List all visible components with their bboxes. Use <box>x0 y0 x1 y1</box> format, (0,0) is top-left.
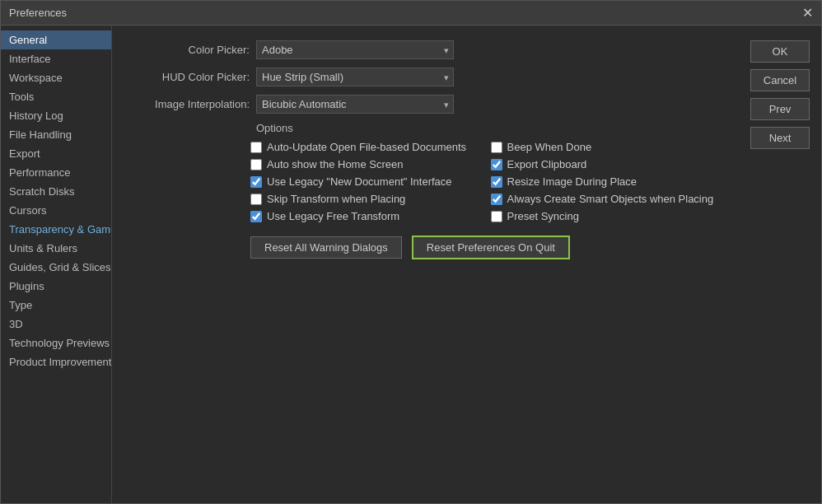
close-button[interactable]: ✕ <box>802 7 813 20</box>
image-interpolation-label: Image Interpolation: <box>128 98 256 110</box>
sidebar-item-interface[interactable]: Interface <box>1 49 111 68</box>
sidebar-item-units-rulers[interactable]: Units & Rulers <box>1 239 111 258</box>
checkbox-label-export-clipboard: Export Clipboard <box>507 158 587 170</box>
color-picker-row: Color Picker: Adobe Windows <box>128 40 722 59</box>
checkbox-label-skip-transform: Skip Transform when Placing <box>267 193 405 205</box>
sidebar-item-type[interactable]: Type <box>1 296 111 315</box>
window-title: Preferences <box>9 7 67 19</box>
color-picker-select-wrapper: Adobe Windows <box>256 40 454 59</box>
hud-color-picker-select[interactable]: Hue Strip (Small) Hue Strip (Medium) <box>256 68 454 86</box>
checkbox-use-legacy-free-transform[interactable]: Use Legacy Free Transform <box>250 210 483 222</box>
image-interpolation-select[interactable]: Bicubic Automatic Nearest Neighbor <box>256 95 454 114</box>
reset-prefs-button[interactable]: Reset Preferences On Quit <box>412 236 570 259</box>
checkbox-input-preset-syncing[interactable] <box>491 211 502 222</box>
sidebar-item-file-handling[interactable]: File Handling <box>1 125 111 144</box>
sidebar-item-performance[interactable]: Performance <box>1 163 111 182</box>
sidebar-item-technology-previews[interactable]: Technology Previews <box>1 334 111 352</box>
checkbox-input-auto-home-screen[interactable] <box>250 159 262 170</box>
checkbox-preset-syncing[interactable]: Preset Syncing <box>491 210 723 222</box>
action-buttons-panel: OK Cancel Prev Next <box>739 26 821 503</box>
checkbox-auto-update[interactable]: Auto-Update Open File-based Documents <box>250 141 483 153</box>
reset-warnings-button[interactable]: Reset All Warning Dialogs <box>250 236 402 259</box>
checkbox-input-beep-when-done[interactable] <box>491 142 502 153</box>
checkbox-resize-image-place[interactable]: Resize Image During Place <box>491 175 723 188</box>
checkbox-always-smart-objects[interactable]: Always Create Smart Objects when Placing <box>491 193 723 205</box>
checkbox-label-auto-update: Auto-Update Open File-based Documents <box>267 141 466 153</box>
sidebar-item-general[interactable]: General <box>1 30 111 49</box>
checkbox-label-beep-when-done: Beep When Done <box>507 141 592 153</box>
checkbox-input-use-legacy-new-doc[interactable] <box>250 176 262 188</box>
sidebar-item-tools[interactable]: Tools <box>1 87 111 106</box>
checkbox-label-preset-syncing: Preset Syncing <box>507 210 579 222</box>
options-section-label: Options <box>256 122 722 134</box>
prev-button[interactable]: Prev <box>750 98 810 120</box>
sidebar-item-transparency-gamut[interactable]: Transparency & Gamut <box>1 220 111 239</box>
main-panel: Color Picker: Adobe Windows HUD Color Pi… <box>112 26 739 503</box>
checkbox-input-skip-transform[interactable] <box>250 194 262 205</box>
sidebar-item-guides-grid-slices[interactable]: Guides, Grid & Slices <box>1 258 111 277</box>
color-picker-select[interactable]: Adobe Windows <box>256 40 454 59</box>
options-checkboxes: Auto-Update Open File-based DocumentsBee… <box>250 141 722 222</box>
next-button[interactable]: Next <box>750 127 810 149</box>
checkbox-input-export-clipboard[interactable] <box>491 159 502 170</box>
image-interpolation-row: Image Interpolation: Bicubic Automatic N… <box>128 95 722 114</box>
checkbox-label-use-legacy-new-doc: Use Legacy "New Document" Interface <box>267 175 452 188</box>
sidebar-item-cursors[interactable]: Cursors <box>1 201 111 220</box>
sidebar-item-3d[interactable]: 3D <box>1 315 111 334</box>
hud-color-picker-row: HUD Color Picker: Hue Strip (Small) Hue … <box>128 68 722 86</box>
sidebar-item-workspace[interactable]: Workspace <box>1 68 111 87</box>
checkbox-input-resize-image-place[interactable] <box>491 176 502 188</box>
checkbox-label-always-smart-objects: Always Create Smart Objects when Placing <box>507 193 714 205</box>
checkbox-input-auto-update[interactable] <box>250 142 262 153</box>
checkbox-label-resize-image-place: Resize Image During Place <box>507 175 638 188</box>
checkbox-beep-when-done[interactable]: Beep When Done <box>491 141 723 153</box>
color-picker-label: Color Picker: <box>128 44 256 56</box>
image-interpolation-select-wrapper: Bicubic Automatic Nearest Neighbor <box>256 95 454 114</box>
cancel-button[interactable]: Cancel <box>750 69 810 91</box>
title-bar: Preferences ✕ <box>1 1 821 26</box>
preferences-window: Preferences ✕ GeneralInterfaceWorkspaceT… <box>0 0 822 504</box>
checkbox-input-use-legacy-free-transform[interactable] <box>250 211 262 222</box>
checkbox-label-use-legacy-free-transform: Use Legacy Free Transform <box>267 210 399 222</box>
checkbox-input-always-smart-objects[interactable] <box>491 194 502 205</box>
sidebar-item-product-improvement[interactable]: Product Improvement <box>1 352 111 371</box>
sidebar-item-export[interactable]: Export <box>1 144 111 163</box>
sidebar-item-history-log[interactable]: History Log <box>1 106 111 125</box>
checkbox-label-auto-home-screen: Auto show the Home Screen <box>267 158 403 170</box>
ok-button[interactable]: OK <box>750 40 810 63</box>
bottom-buttons-row: Reset All Warning Dialogs Reset Preferen… <box>250 236 722 259</box>
checkbox-auto-home-screen[interactable]: Auto show the Home Screen <box>250 158 483 170</box>
sidebar: GeneralInterfaceWorkspaceToolsHistory Lo… <box>1 26 112 503</box>
checkbox-export-clipboard[interactable]: Export Clipboard <box>491 158 723 170</box>
content-area: GeneralInterfaceWorkspaceToolsHistory Lo… <box>1 26 821 503</box>
sidebar-item-scratch-disks[interactable]: Scratch Disks <box>1 182 111 201</box>
checkbox-skip-transform[interactable]: Skip Transform when Placing <box>250 193 483 205</box>
checkbox-use-legacy-new-doc[interactable]: Use Legacy "New Document" Interface <box>250 175 483 188</box>
hud-color-picker-label: HUD Color Picker: <box>128 71 256 83</box>
sidebar-item-plugins[interactable]: Plugins <box>1 277 111 296</box>
hud-color-picker-select-wrapper: Hue Strip (Small) Hue Strip (Medium) <box>256 68 454 86</box>
